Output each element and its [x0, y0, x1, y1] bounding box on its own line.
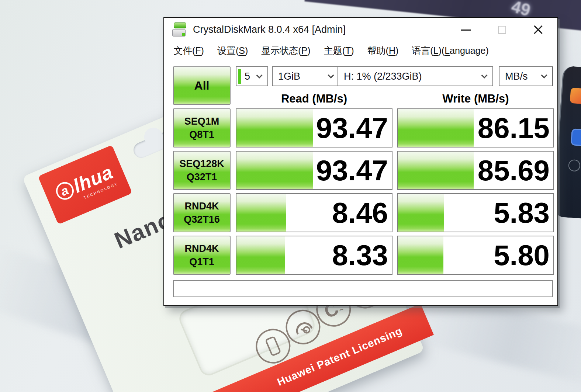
result-bar: [236, 109, 313, 147]
menu-label-part: ): [351, 45, 354, 56]
run-count-select[interactable]: 5: [236, 66, 268, 86]
test-button-rnd4k-q1t1[interactable]: RND4K Q1T1: [173, 236, 231, 275]
dahua-logo: a lhua TECHNOLOGY: [38, 145, 132, 225]
menu-item-theme[interactable]: 主题(T): [324, 45, 354, 57]
test-queue-thread: Q1T1: [189, 255, 214, 268]
result-bar: [236, 194, 286, 232]
test-name: SEQ128K: [179, 157, 224, 170]
write-result-cell: 5.80: [397, 236, 554, 275]
menu-item-help[interactable]: 帮助(H): [367, 45, 399, 57]
crystaldiskmark-window: CrystalDiskMark 8.0.4 x64 [Admin] 文件(F) …: [163, 17, 558, 306]
target-drive-value: H: 1% (2/233GiB): [344, 71, 422, 82]
result-bar: [398, 236, 443, 274]
menu-label-part: 语言(: [412, 45, 433, 56]
comment-bar[interactable]: [173, 280, 553, 297]
write-value: 5.83: [494, 194, 550, 232]
crystaldiskmark-app-icon: [172, 22, 187, 37]
read-result-cell: 8.46: [236, 193, 392, 232]
result-bar: [398, 194, 444, 232]
menu-item-settings[interactable]: 设置(S): [217, 45, 248, 57]
menu-mnemonic: L: [433, 45, 439, 56]
write-result-cell: 85.69: [397, 151, 554, 190]
test-size-select[interactable]: 1GiB: [272, 66, 340, 86]
result-bar: [236, 152, 313, 189]
minimize-button[interactable]: [454, 21, 478, 39]
menu-label-part: )(: [439, 45, 445, 56]
test-queue-thread: Q32T16: [184, 213, 220, 226]
chevron-down-icon: [481, 72, 488, 79]
maximize-icon: [498, 26, 506, 34]
read-value: 8.33: [332, 236, 388, 274]
read-result-cell: 93.47: [236, 151, 392, 190]
test-button-seq1m-q8t1[interactable]: SEQ1M Q8T1: [173, 108, 231, 148]
read-value: 8.46: [332, 194, 388, 232]
write-value: 85.69: [478, 152, 550, 189]
test-name: RND4K: [184, 200, 219, 213]
menu-mnemonic: T: [345, 45, 351, 56]
menu-label-part: 主题(: [324, 45, 345, 56]
result-bar: [398, 152, 474, 189]
menu-mnemonic: S: [239, 45, 245, 56]
menu-label-part: 文件(: [174, 45, 195, 56]
menu-item-file[interactable]: 文件(F): [174, 45, 204, 57]
test-queue-thread: Q8T1: [189, 128, 214, 141]
blue-globe-app-icon: [571, 128, 581, 146]
disk-icon-led: [182, 33, 185, 36]
menu-label-part: 显示状态(: [261, 45, 301, 56]
menu-label-part: ): [201, 45, 204, 56]
minimize-icon: [461, 30, 471, 31]
test-name: RND4K: [184, 242, 219, 255]
title-bar[interactable]: CrystalDiskMark 8.0.4 x64 [Admin]: [164, 18, 557, 42]
menu-mnemonic: P: [301, 45, 308, 56]
write-column-header: Write (MB/s): [397, 90, 554, 107]
window-title: CrystalDiskMark 8.0.4 x64 [Admin]: [193, 24, 346, 35]
menu-label-part: anguage): [450, 45, 489, 56]
orange-app-icon: [570, 88, 581, 104]
menu-label-part: 帮助(: [367, 45, 389, 56]
test-button-seq128k-q32t1[interactable]: SEQ128K Q32T1: [173, 151, 231, 190]
maximize-button[interactable]: [490, 21, 514, 39]
read-value: 93.47: [316, 152, 388, 189]
result-bar: [236, 236, 285, 274]
test-name: SEQ1M: [184, 115, 219, 128]
read-value: 93.47: [316, 109, 388, 147]
read-result-cell: 8.33: [236, 236, 392, 275]
smartphone-icon: [265, 336, 281, 357]
write-result-cell: 86.15: [397, 108, 554, 148]
test-size-value: 1GiB: [278, 71, 300, 82]
target-drive-select[interactable]: H: 1% (2/233GiB): [338, 66, 493, 86]
menu-mnemonic: H: [389, 45, 395, 56]
test-queue-thread: Q32T1: [187, 170, 217, 184]
write-value: 5.80: [494, 236, 550, 274]
write-result-cell: 5.83: [397, 193, 554, 232]
menu-mnemonic: F: [195, 45, 201, 56]
menu-item-profile[interactable]: 显示状态(P): [261, 45, 310, 57]
write-value: 86.15: [478, 109, 550, 147]
menu-label-part: ): [395, 45, 398, 56]
circle-app-icon: [568, 159, 581, 172]
chevron-down-icon: [328, 72, 334, 79]
menu-mnemonic: L: [445, 45, 450, 56]
gauge-arc: [293, 319, 312, 334]
test-button-rnd4k-q32t16[interactable]: RND4K Q32T16: [173, 193, 231, 232]
run-count-value: 5: [245, 71, 250, 82]
menu-label-part: ): [307, 45, 310, 56]
menu-label-part: 设置(: [217, 45, 239, 56]
menu-item-language[interactable]: 语言(L)(Language): [412, 45, 488, 57]
unit-value: MB/s: [505, 71, 528, 82]
menu-label-part: ): [245, 45, 248, 56]
chevron-down-icon: [541, 72, 547, 79]
unit-select[interactable]: MB/s: [499, 66, 553, 86]
read-column-header: Read (MB/s): [236, 90, 392, 107]
chevron-down-icon: [256, 72, 263, 79]
result-bar: [398, 109, 474, 147]
disk-icon-top: [174, 22, 186, 28]
menu-bar: 文件(F) 设置(S) 显示状态(P) 主题(T) 帮助(H) 语言(L)(La…: [164, 42, 557, 60]
run-all-button[interactable]: All: [173, 66, 231, 105]
read-result-cell: 93.47: [236, 108, 392, 148]
close-button[interactable]: [526, 21, 550, 39]
close-icon: [533, 25, 543, 35]
